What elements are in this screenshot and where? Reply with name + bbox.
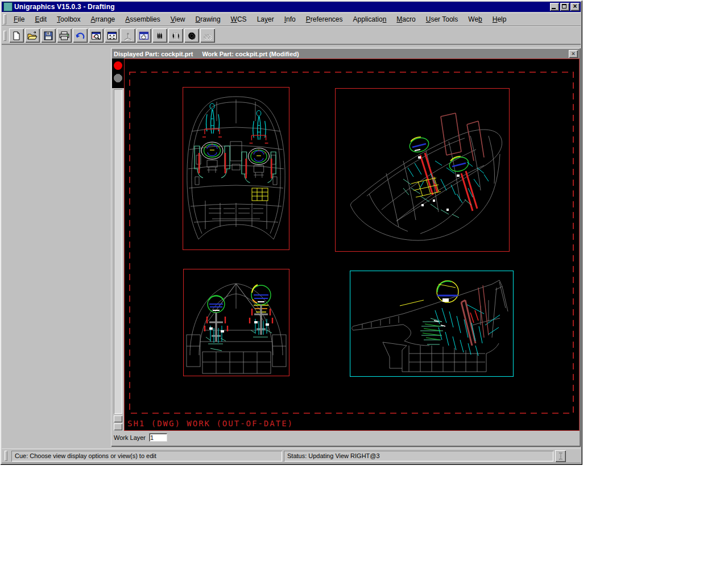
cue-panel: Cue: Choose view display options or view… <box>11 451 282 462</box>
menu-item-user-tools[interactable]: User Tools <box>421 14 464 25</box>
close-icon: × <box>570 2 580 11</box>
view-right[interactable] <box>350 271 514 377</box>
drawing-canvas[interactable]: SH1 (DWG) WORK (OUT-OF-DATE) <box>124 59 580 431</box>
menu-item-macro[interactable]: Macro <box>391 14 420 25</box>
work-layer-label: Work Layer <box>114 434 146 441</box>
sheet-status-label: SH1 (DWG) WORK (OUT-OF-DATE) <box>127 419 293 428</box>
window-hand-icon <box>138 31 150 41</box>
examine-view-button[interactable] <box>89 28 104 43</box>
maximize-icon <box>562 4 566 9</box>
dotted-part-icon <box>170 31 181 41</box>
interrupt-button[interactable] <box>555 450 566 462</box>
printer-icon <box>59 31 70 41</box>
graphics-window-close-button[interactable]: × <box>569 50 578 58</box>
print-button[interactable] <box>57 28 72 43</box>
open-folder-icon <box>27 31 38 41</box>
dotted-part-icon <box>154 31 166 41</box>
displayed-part-label: Displayed Part: cockpit.prt <box>114 51 193 57</box>
new-button[interactable] <box>9 28 24 43</box>
view-front[interactable] <box>183 269 289 376</box>
update-button-2 <box>168 28 183 43</box>
status-panel: Status: Updating View RIGHT@3 <box>284 451 553 462</box>
menu-item-drawing[interactable]: Drawing <box>191 14 226 25</box>
minimize-icon <box>552 8 556 9</box>
menu-item-edit[interactable]: Edit <box>30 14 52 25</box>
mesh-icon <box>202 31 213 41</box>
menu-item-view[interactable]: View <box>166 14 191 25</box>
strip-scrollbar[interactable] <box>114 89 122 414</box>
interrupt-icon <box>557 452 564 460</box>
menu-item-layer[interactable]: Layer <box>252 14 279 25</box>
app-logo-icon <box>3 2 13 11</box>
menu-item-web[interactable]: Web <box>463 14 487 25</box>
graphics-window-titlebar[interactable]: Displayed Part: cockpit.prt Work Part: c… <box>112 49 580 59</box>
csys-button <box>121 28 135 43</box>
menu-item-toolbox[interactable]: Toolbox <box>52 14 85 25</box>
menu-item-assemblies[interactable]: Assemblies <box>120 14 165 25</box>
view-top[interactable] <box>183 87 289 250</box>
toolbar-grip[interactable] <box>3 31 6 41</box>
window-fit-icon <box>106 31 118 41</box>
fit-view-button[interactable] <box>105 28 119 43</box>
strip-button-lower[interactable] <box>114 423 122 430</box>
work-part-label: Work Part: cockpit.prt (Modified) <box>202 51 299 57</box>
dither-circle-icon[interactable] <box>114 74 122 82</box>
close-button[interactable]: × <box>570 3 580 11</box>
blank-page-icon <box>11 31 22 41</box>
shade-button <box>200 28 215 43</box>
statusbar-grip[interactable] <box>5 451 7 461</box>
menu-item-arrange[interactable]: Arrange <box>86 14 121 25</box>
view-isometric[interactable] <box>335 88 510 252</box>
strip-button-upper[interactable] <box>114 415 122 422</box>
stoplight-panel <box>112 59 124 88</box>
view-operation-button[interactable] <box>136 28 151 43</box>
work-layer-input[interactable] <box>149 433 167 442</box>
window-title: Unigraphics V15.0.3 - Drafting <box>14 3 115 11</box>
menu-bar: FileEditToolboxArrangeAssembliesViewDraw… <box>2 13 581 26</box>
save-button[interactable] <box>41 28 56 43</box>
open-button[interactable] <box>25 28 40 43</box>
menu-item-application[interactable]: Application <box>348 14 392 25</box>
maximize-button[interactable] <box>560 3 569 11</box>
stop-sign-icon[interactable] <box>114 61 122 70</box>
update-button-1 <box>152 28 167 43</box>
axes-icon <box>122 31 134 41</box>
work-layer-bar: Work Layer <box>112 431 580 444</box>
menu-grip[interactable] <box>3 14 6 24</box>
view-control-strip <box>112 59 124 431</box>
menu-item-info[interactable]: Info <box>279 14 301 25</box>
minimize-button[interactable] <box>550 3 559 11</box>
update-button-3 <box>184 28 199 43</box>
window-magnifier-icon <box>90 31 102 41</box>
toolbar <box>2 26 581 45</box>
menu-item-wcs[interactable]: WCS <box>226 14 252 25</box>
app-window: Unigraphics V15.0.3 - Drafting × FileEdi… <box>0 0 582 465</box>
menu-item-file[interactable]: File <box>9 14 30 25</box>
undo-arrow-icon <box>75 31 86 41</box>
undo-button[interactable] <box>73 28 88 43</box>
menu-item-preferences[interactable]: Preferences <box>301 14 348 25</box>
desktop: Unigraphics V15.0.3 - Drafting × FileEdi… <box>0 0 728 582</box>
dotted-part-icon <box>186 31 197 41</box>
graphics-window: Displayed Part: cockpit.prt Work Part: c… <box>111 48 581 447</box>
title-bar: Unigraphics V15.0.3 - Drafting × <box>2 2 581 12</box>
floppy-disk-icon <box>43 31 54 41</box>
status-bar: Cue: Choose view display options or view… <box>2 448 581 463</box>
menu-item-help[interactable]: Help <box>487 14 512 25</box>
